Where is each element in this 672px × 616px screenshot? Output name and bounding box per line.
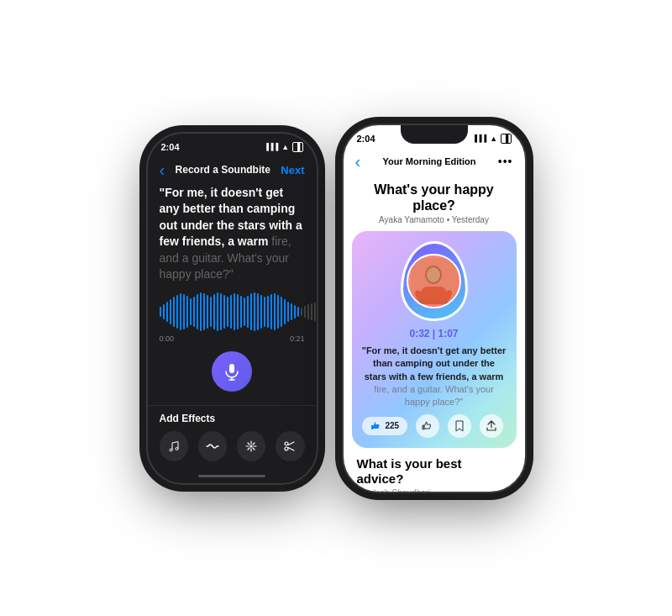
waveform-bar bbox=[257, 293, 260, 330]
mic-icon bbox=[223, 362, 241, 381]
magic-effect-btn[interactable] bbox=[237, 431, 265, 461]
music-effect-btn[interactable] bbox=[160, 431, 188, 461]
volume-down-button-light[interactable] bbox=[342, 255, 344, 288]
next-button-dark[interactable]: Next bbox=[281, 164, 304, 176]
waveform-bar bbox=[230, 295, 233, 329]
avatar-inner bbox=[407, 254, 461, 308]
waveform-bar bbox=[180, 293, 182, 330]
avatar-container bbox=[362, 241, 507, 321]
waveform-bar bbox=[170, 299, 172, 324]
waveform-bar bbox=[176, 295, 179, 329]
waveform-bar bbox=[284, 299, 286, 324]
scissors-icon bbox=[283, 440, 297, 453]
notch-light bbox=[401, 125, 468, 144]
waveform-bar bbox=[250, 293, 253, 330]
avatar-image bbox=[411, 258, 457, 304]
waveform-bar bbox=[307, 304, 310, 319]
silent-button[interactable] bbox=[146, 192, 148, 218]
card-quote: "For me, it doesn't get any better than … bbox=[362, 345, 507, 409]
svg-rect-11 bbox=[421, 287, 447, 303]
waveform-bar bbox=[281, 297, 283, 327]
next-question-area: What is your best advice? Kamlesh Chaudh… bbox=[344, 448, 525, 493]
question-author: Ayaka Yamamoto • Yesterday bbox=[344, 215, 525, 224]
waveform-bar bbox=[183, 294, 186, 329]
notch-dark bbox=[198, 134, 265, 152]
waveform-bar bbox=[203, 293, 206, 330]
next-question-author: Kamlesh Chaudhari bbox=[357, 488, 512, 493]
waveform-bar bbox=[294, 305, 297, 319]
svg-point-5 bbox=[250, 445, 253, 448]
quote-area: "For me, it doesn't get any better than … bbox=[148, 185, 317, 392]
audio-card[interactable]: 0:32 | 1:07 "For me, it doesn't get any … bbox=[352, 231, 517, 448]
effects-section: Add Effects bbox=[148, 405, 317, 470]
card-actions: 225 bbox=[362, 414, 507, 438]
time-labels: 0:00 0:21 bbox=[160, 334, 305, 343]
waveform-bar bbox=[311, 303, 313, 320]
waveform-bar bbox=[291, 303, 293, 320]
waveform-bar bbox=[237, 294, 239, 329]
effects-label: Add Effects bbox=[160, 413, 305, 424]
waveform-bar bbox=[163, 304, 165, 319]
volume-down-button[interactable] bbox=[146, 263, 148, 297]
waveform-bar bbox=[227, 297, 229, 327]
avatar-egg bbox=[401, 241, 468, 321]
signal-icon-dark: ▐▐▐ bbox=[264, 143, 278, 150]
waveform-bar bbox=[304, 306, 307, 318]
volume-up-button[interactable] bbox=[146, 224, 148, 258]
wifi-icon-dark: ▲ bbox=[281, 143, 289, 151]
share-button[interactable] bbox=[480, 414, 503, 438]
quote-text: "For me, it doesn't get any better than … bbox=[160, 185, 305, 284]
waveform-area: 0:00 0:21 bbox=[160, 292, 305, 343]
waveform bbox=[160, 292, 305, 332]
time-start: 0:00 bbox=[160, 334, 175, 343]
waveform-bar bbox=[210, 297, 213, 327]
thumbs-up-icon bbox=[422, 420, 433, 432]
battery-icon-light: ▐ bbox=[501, 134, 511, 144]
power-button[interactable] bbox=[317, 201, 318, 243]
svg-point-6 bbox=[285, 442, 288, 445]
waveform-bar bbox=[220, 293, 223, 330]
record-button[interactable] bbox=[212, 351, 252, 392]
waveform-bar bbox=[267, 296, 270, 328]
sparkle-icon bbox=[244, 440, 258, 453]
svg-point-7 bbox=[285, 447, 288, 450]
bookmark-button[interactable] bbox=[448, 414, 471, 438]
waveform-bar bbox=[274, 293, 276, 330]
waveform-bar bbox=[213, 294, 216, 329]
scene: 2:04 ▐▐▐ ▲ ▐ ‹ Record a Soundbite Next "… bbox=[0, 0, 672, 616]
time-end: 0:21 bbox=[290, 334, 305, 343]
volume-up-button-light[interactable] bbox=[342, 216, 344, 250]
silent-button-light[interactable] bbox=[342, 184, 344, 209]
waveform-bar bbox=[190, 298, 192, 325]
waveform-bar bbox=[270, 294, 273, 329]
like-button[interactable]: 225 bbox=[362, 417, 408, 435]
cut-effect-btn[interactable] bbox=[276, 431, 304, 461]
waveform-bar bbox=[244, 297, 246, 326]
waveform-bar bbox=[314, 303, 317, 321]
waveform-bar bbox=[247, 296, 249, 328]
waveform-bar bbox=[301, 308, 303, 316]
waveform-bar bbox=[277, 295, 280, 329]
more-options-button[interactable]: ••• bbox=[498, 155, 513, 168]
thumbs-up-filled-icon bbox=[370, 420, 382, 432]
nav-bar-dark: ‹ Record a Soundbite Next bbox=[148, 157, 317, 185]
effects-icons bbox=[160, 431, 305, 461]
waveform-bar bbox=[197, 294, 199, 329]
thumbs-up-button[interactable] bbox=[416, 414, 439, 438]
record-btn-area bbox=[160, 351, 305, 392]
back-button-light[interactable]: ‹ bbox=[355, 152, 361, 171]
waveform-bar bbox=[297, 307, 300, 317]
status-time-light: 2:04 bbox=[357, 134, 375, 144]
nav-title-dark: Record a Soundbite bbox=[176, 164, 270, 176]
waveform-bar bbox=[318, 303, 318, 320]
card-quote-bold: "For me, it doesn't get any better than … bbox=[362, 345, 507, 382]
nav-bar-light: ‹ Your Morning Edition ••• bbox=[344, 149, 525, 176]
back-button-dark[interactable]: ‹ bbox=[160, 161, 165, 180]
wifi-icon-light: ▲ bbox=[490, 134, 497, 143]
waveform-bar bbox=[254, 292, 256, 331]
power-button-light[interactable] bbox=[525, 192, 527, 234]
voice-effect-btn[interactable] bbox=[198, 431, 227, 461]
question-title: What's your happy place? bbox=[344, 176, 525, 215]
waveform-bar bbox=[234, 293, 236, 330]
waveform-bar bbox=[173, 297, 176, 327]
